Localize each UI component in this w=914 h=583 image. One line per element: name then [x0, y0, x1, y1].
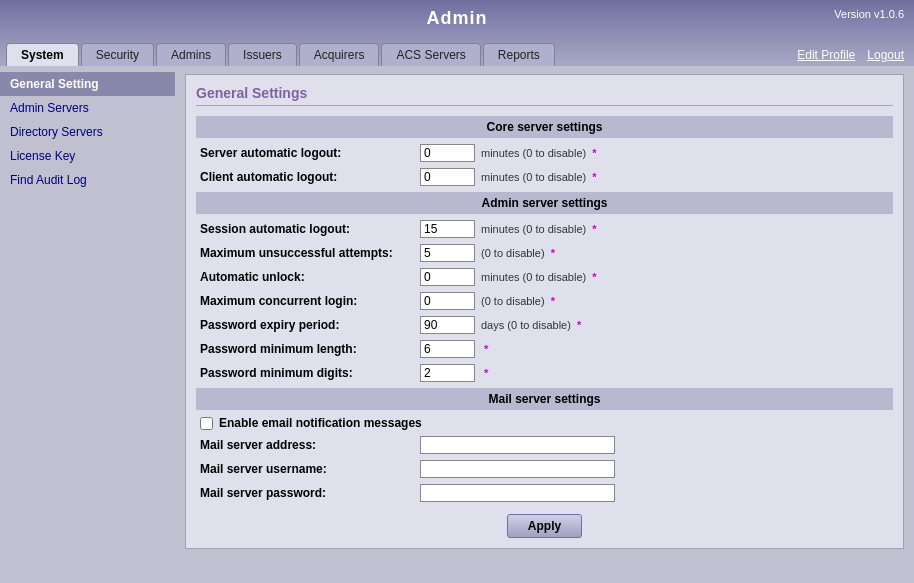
- server-auto-logout-hint: minutes (0 to disable) *: [481, 147, 597, 159]
- client-auto-logout-label: Client automatic logout:: [200, 170, 420, 184]
- password-min-digits-row: Password minimum digits: *: [196, 364, 893, 382]
- tab-system[interactable]: System: [6, 43, 79, 66]
- sidebar-item-general-setting[interactable]: General Setting: [0, 72, 175, 96]
- sidebar-item-directory-servers[interactable]: Directory Servers: [0, 120, 175, 144]
- password-expiry-input[interactable]: [420, 316, 475, 334]
- auto-unlock-row: Automatic unlock: minutes (0 to disable)…: [196, 268, 893, 286]
- main-layout: General Setting Admin Servers Directory …: [0, 66, 914, 583]
- client-auto-logout-hint: minutes (0 to disable) *: [481, 171, 597, 183]
- nav-links: Edit Profile Logout: [797, 48, 904, 66]
- max-unsuccessful-input[interactable]: [420, 244, 475, 262]
- password-expiry-label: Password expiry period:: [200, 318, 420, 332]
- server-auto-logout-label: Server automatic logout:: [200, 146, 420, 160]
- mail-server-address-label: Mail server address:: [200, 438, 420, 452]
- tab-acs-servers[interactable]: ACS Servers: [381, 43, 480, 66]
- mail-server-password-input[interactable]: [420, 484, 615, 502]
- tab-reports[interactable]: Reports: [483, 43, 555, 66]
- mail-server-password-label: Mail server password:: [200, 486, 420, 500]
- content-box: General Settings Core server settings Se…: [185, 74, 904, 549]
- tab-admins[interactable]: Admins: [156, 43, 226, 66]
- password-min-length-hint: *: [481, 343, 488, 355]
- mail-server-username-input[interactable]: [420, 460, 615, 478]
- apply-row: Apply: [196, 514, 893, 538]
- max-concurrent-label: Maximum concurrent login:: [200, 294, 420, 308]
- session-auto-logout-label: Session automatic logout:: [200, 222, 420, 236]
- enable-email-row: Enable email notification messages: [196, 416, 893, 430]
- session-auto-logout-row: Session automatic logout: minutes (0 to …: [196, 220, 893, 238]
- mail-server-username-row: Mail server username:: [196, 460, 893, 478]
- app-title: Admin: [0, 8, 914, 29]
- session-auto-logout-hint: minutes (0 to disable) *: [481, 223, 597, 235]
- mail-section-header: Mail server settings: [196, 388, 893, 410]
- password-expiry-row: Password expiry period: days (0 to disab…: [196, 316, 893, 334]
- password-min-length-input[interactable]: [420, 340, 475, 358]
- password-min-length-label: Password minimum length:: [200, 342, 420, 356]
- mail-server-address-row: Mail server address:: [196, 436, 893, 454]
- max-concurrent-hint: (0 to disable) *: [481, 295, 555, 307]
- password-expiry-hint: days (0 to disable) *: [481, 319, 581, 331]
- mail-server-password-row: Mail server password:: [196, 484, 893, 502]
- auto-unlock-hint: minutes (0 to disable) *: [481, 271, 597, 283]
- enable-email-checkbox[interactable]: [200, 417, 213, 430]
- client-auto-logout-row: Client automatic logout: minutes (0 to d…: [196, 168, 893, 186]
- auto-unlock-label: Automatic unlock:: [200, 270, 420, 284]
- server-auto-logout-input[interactable]: [420, 144, 475, 162]
- max-unsuccessful-hint: (0 to disable) *: [481, 247, 555, 259]
- password-min-length-row: Password minimum length: *: [196, 340, 893, 358]
- content-title: General Settings: [196, 85, 893, 106]
- max-unsuccessful-row: Maximum unsuccessful attempts: (0 to dis…: [196, 244, 893, 262]
- mail-server-address-input[interactable]: [420, 436, 615, 454]
- mail-server-username-label: Mail server username:: [200, 462, 420, 476]
- enable-email-label: Enable email notification messages: [219, 416, 422, 430]
- password-min-digits-label: Password minimum digits:: [200, 366, 420, 380]
- sidebar-item-license-key[interactable]: License Key: [0, 144, 175, 168]
- core-section-header: Core server settings: [196, 116, 893, 138]
- apply-button[interactable]: Apply: [507, 514, 582, 538]
- nav-bar: System Security Admins Issuers Acquirers…: [0, 37, 914, 66]
- version-label: Version v1.0.6: [834, 8, 904, 20]
- logout-link[interactable]: Logout: [867, 48, 904, 62]
- header: Admin Version v1.0.6: [0, 0, 914, 37]
- sidebar-item-find-audit-log[interactable]: Find Audit Log: [0, 168, 175, 192]
- tab-security[interactable]: Security: [81, 43, 154, 66]
- edit-profile-link[interactable]: Edit Profile: [797, 48, 855, 62]
- sidebar-item-admin-servers[interactable]: Admin Servers: [0, 96, 175, 120]
- session-auto-logout-input[interactable]: [420, 220, 475, 238]
- admin-section-header: Admin server settings: [196, 192, 893, 214]
- tab-acquirers[interactable]: Acquirers: [299, 43, 380, 66]
- server-auto-logout-row: Server automatic logout: minutes (0 to d…: [196, 144, 893, 162]
- password-min-digits-hint: *: [481, 367, 488, 379]
- password-min-digits-input[interactable]: [420, 364, 475, 382]
- max-unsuccessful-label: Maximum unsuccessful attempts:: [200, 246, 420, 260]
- content-area: General Settings Core server settings Se…: [175, 66, 914, 583]
- sidebar: General Setting Admin Servers Directory …: [0, 66, 175, 583]
- max-concurrent-row: Maximum concurrent login: (0 to disable)…: [196, 292, 893, 310]
- auto-unlock-input[interactable]: [420, 268, 475, 286]
- tab-issuers[interactable]: Issuers: [228, 43, 297, 66]
- max-concurrent-input[interactable]: [420, 292, 475, 310]
- client-auto-logout-input[interactable]: [420, 168, 475, 186]
